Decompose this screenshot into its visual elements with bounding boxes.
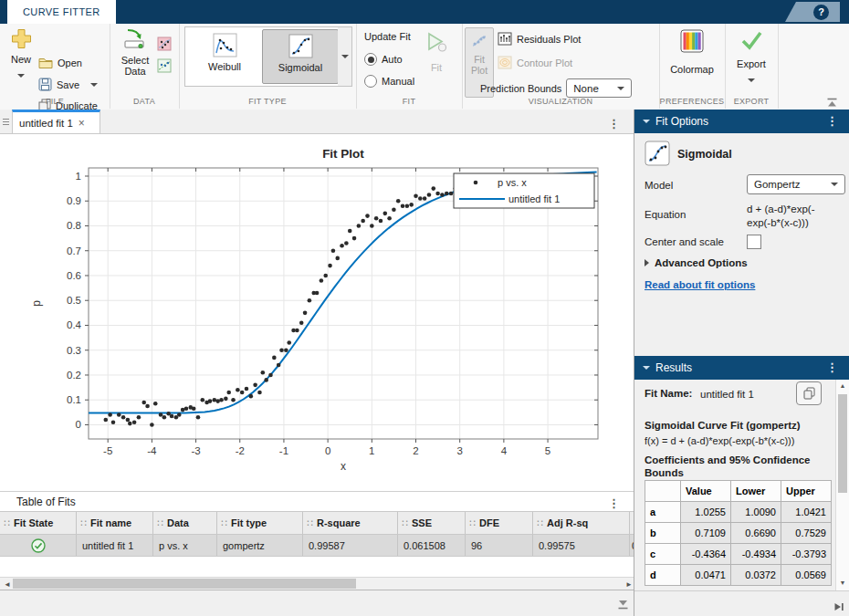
svg-text:0.2: 0.2 [67, 370, 81, 381]
cell-fit-type: gompertz [217, 535, 303, 556]
exclude-outliers-button[interactable] [157, 37, 172, 55]
colormap-button[interactable]: Colormap [665, 29, 719, 75]
collapse-table-button[interactable] [617, 597, 629, 613]
tabbar-grip[interactable] [0, 110, 13, 133]
col-header-fit-name[interactable]: ∷Fit name [77, 512, 153, 534]
horizontal-scrollbar-thumb[interactable] [13, 579, 356, 589]
svg-text:0.8: 0.8 [67, 220, 81, 231]
results-menu[interactable]: ⋮ [826, 363, 838, 372]
prediction-bounds-dropdown[interactable]: None [566, 78, 632, 98]
copy-results-button[interactable] [796, 381, 822, 405]
center-scale-label: Center and scale [645, 236, 724, 247]
results-collapse-icon[interactable] [643, 366, 650, 370]
col-header-fit-type[interactable]: ∷Fit type [217, 512, 303, 534]
table-of-fits-menu[interactable]: ⋮ [608, 495, 620, 511]
advanced-options-toggle[interactable]: Advanced Options [645, 257, 748, 268]
section-export: Export EXPORT [725, 24, 779, 109]
grid-lines [89, 168, 598, 439]
fit-formula: f(x) = d + (a-d)*exp(-exp(-b*(x-c))) [645, 435, 794, 446]
fit-plot-label-1: Fit [466, 54, 493, 65]
fit-options-body: Sigmoidal Model Gompertz Equation d + (a… [634, 133, 849, 356]
weibull-icon [213, 33, 237, 57]
cell-fit-state [0, 535, 77, 556]
svg-text:4: 4 [501, 445, 508, 456]
fit-type-weibull[interactable]: Weibull [187, 29, 262, 82]
fit-plot-canvas[interactable]: -5-4-3-2-101234500.10.20.30.40.50.60.70.… [0, 133, 634, 491]
svg-text:1: 1 [76, 171, 81, 182]
plot-legend: p vs. xuntitled fit 1 [454, 173, 594, 208]
prediction-bounds-value: None [573, 83, 599, 94]
close-tab-icon[interactable]: × [79, 117, 85, 130]
col-header-sse[interactable]: ∷SSE [398, 512, 466, 534]
fit-options-collapse-icon[interactable] [643, 120, 650, 123]
expand-panel-button[interactable] [833, 599, 844, 615]
coef-row-a[interactable]: a 1.0255 1.0090 1.0421 [645, 502, 832, 523]
read-about-fit-options-link[interactable]: Read about fit options [645, 279, 755, 290]
center-scale-checkbox[interactable] [747, 235, 761, 249]
table-of-fits-header: ∷Fit State ∷Fit name ∷Data ∷Fit type ∷R-… [0, 511, 634, 535]
fit-button[interactable]: Fit [420, 31, 453, 73]
svg-text:-1: -1 [279, 445, 288, 456]
section-fit-type: Weibull Sigmoidal FIT TYPE [179, 24, 357, 109]
col-header-r-square[interactable]: ∷R-square [303, 512, 398, 534]
bottom-statusbar-right [634, 590, 849, 616]
fit-type-gallery-dropdown[interactable] [338, 26, 352, 87]
col-header-dfe[interactable]: ∷DFE [466, 512, 533, 534]
results-scrollbar-thumb[interactable] [838, 394, 847, 493]
validation-data-button[interactable] [157, 58, 172, 77]
coef-col-value: Value [681, 481, 731, 502]
contour-plot-button[interactable]: Contour Plot [498, 56, 572, 69]
save-button[interactable]: Save [38, 78, 98, 91]
open-button[interactable]: Open [38, 57, 82, 68]
select-data-button[interactable]: Select Data [115, 27, 155, 77]
prediction-bounds-caret [617, 87, 624, 90]
fit-options-header[interactable]: Fit Options ⋮ [634, 110, 849, 133]
sigmoidal-label: Sigmoidal [263, 62, 338, 73]
svg-text:0.6: 0.6 [67, 270, 81, 281]
coef-row-d[interactable]: d 0.0471 0.0372 0.0569 [645, 565, 832, 586]
section-label-preferences: PREFERENCES [659, 97, 725, 106]
manual-radio[interactable]: Manual [364, 75, 414, 88]
residuals-plot-button[interactable]: Residuals Plot [498, 32, 581, 46]
fit-options-title: Fit Options [655, 115, 708, 128]
svg-text:5: 5 [545, 445, 550, 456]
export-button[interactable]: Export [730, 29, 772, 86]
col-header-fit-state[interactable]: ∷Fit State [0, 512, 77, 534]
export-dropdown-caret [748, 78, 755, 82]
fit-type-sigmoidal[interactable]: Sigmoidal [262, 29, 339, 84]
table-row-untitled-fit-1[interactable]: untitled fit 1 p vs. x gompertz 0.99587 … [0, 535, 634, 557]
model-dropdown[interactable]: Gompertz [747, 174, 845, 194]
weibull-label: Weibull [187, 61, 262, 72]
scroll-down-icon[interactable]: ▼ [840, 579, 846, 586]
svg-text:0: 0 [76, 419, 81, 430]
document-tab-untitled-fit-1[interactable]: untitled fit 1 × [12, 110, 100, 133]
scroll-right-icon[interactable]: ► [625, 580, 633, 589]
scroll-up-icon[interactable]: ▲ [840, 382, 846, 389]
new-button[interactable]: New [7, 27, 35, 81]
coef-row-c[interactable]: c -0.4364 -0.4934 -0.3793 [645, 544, 832, 565]
save-dropdown-caret[interactable] [90, 83, 98, 87]
section-label-fit-type: FIT TYPE [179, 97, 356, 106]
coef-row-b[interactable]: b 0.7109 0.6690 0.7529 [645, 523, 832, 544]
residuals-plot-label: Residuals Plot [517, 34, 581, 45]
validation-data-icon [157, 58, 172, 73]
select-data-icon [122, 27, 148, 51]
copy-icon [803, 387, 815, 400]
fit-options-menu[interactable]: ⋮ [826, 117, 838, 126]
figure-panel-menu[interactable]: ⋮ [608, 115, 620, 131]
col-header-adj-r-sq[interactable]: ∷Adj R-sq [533, 512, 630, 534]
results-header[interactable]: Results ⋮ [634, 356, 849, 380]
cell-fit-name: untitled fit 1 [77, 535, 153, 556]
scroll-left-icon[interactable]: ◄ [4, 580, 11, 589]
help-button[interactable]: ? [813, 5, 829, 20]
results-title: Results [655, 361, 692, 374]
fit-valid-icon [31, 538, 46, 553]
fit-button-label: Fit [420, 62, 453, 73]
section-label-file: FILE [0, 97, 110, 106]
tab-curve-fitter[interactable]: CURVE FITTER [7, 0, 116, 24]
section-label-data: DATA [110, 97, 179, 106]
col-header-data[interactable]: ∷Data [153, 512, 217, 534]
save-label: Save [57, 79, 79, 90]
colormap-icon [680, 29, 704, 53]
auto-radio[interactable]: Auto [364, 53, 403, 66]
